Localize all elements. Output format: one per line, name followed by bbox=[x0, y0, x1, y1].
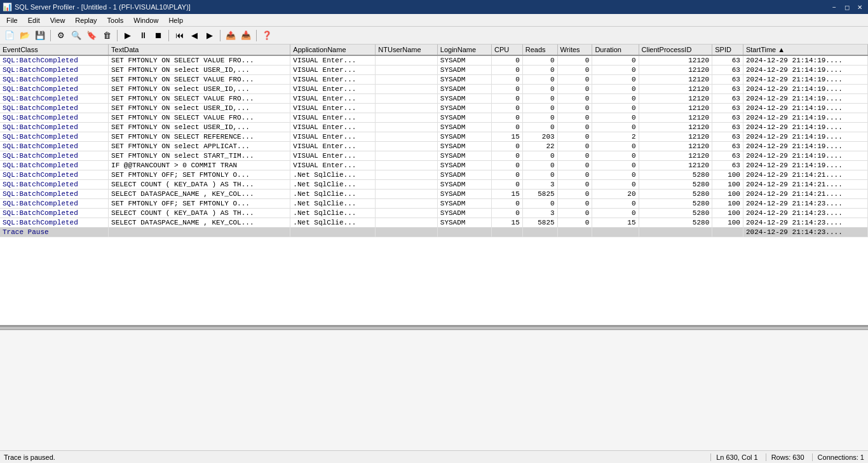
trace-table-body: SQL:BatchCompletedSET FMTONLY ON SELECT … bbox=[0, 55, 868, 237]
table-row[interactable]: SQL:BatchCompletedSET FMTONLY ON SELECT … bbox=[0, 132, 868, 142]
table-cell bbox=[639, 228, 712, 237]
table-row[interactable]: SQL:BatchCompletedSET FMTONLY ON select … bbox=[0, 123, 868, 132]
col-header-writes[interactable]: Writes bbox=[557, 45, 592, 55]
table-cell: 100 bbox=[712, 218, 743, 228]
prev-button[interactable]: ◀ bbox=[187, 29, 201, 43]
table-cell: 15 bbox=[592, 218, 639, 228]
table-cell: VISUAL Enter... bbox=[290, 85, 376, 94]
new-trace-button[interactable]: 📄 bbox=[3, 29, 17, 43]
table-cell bbox=[376, 123, 437, 132]
table-cell: SQL:BatchCompleted bbox=[0, 151, 109, 161]
col-header-textdata[interactable]: TextData bbox=[109, 45, 290, 55]
table-row[interactable]: SQL:BatchCompletedIF @@TRANCOUNT > 0 COM… bbox=[0, 161, 868, 170]
col-header-login[interactable]: LoginName bbox=[437, 45, 491, 55]
col-header-appname[interactable]: ApplicationName bbox=[290, 45, 376, 55]
table-row[interactable]: SQL:BatchCompletedSET FMTONLY ON select … bbox=[0, 151, 868, 161]
table-cell: Trace Pause bbox=[0, 228, 109, 237]
minimize-button[interactable]: − bbox=[829, 2, 840, 12]
close-button[interactable]: ✕ bbox=[854, 2, 865, 12]
table-row[interactable]: Trace Pause2024-12-29 21:14:23.... bbox=[0, 228, 868, 237]
col-header-cpu[interactable]: CPU bbox=[492, 45, 523, 55]
table-cell: SET FMTONLY ON SELECT VALUE FRO... bbox=[109, 55, 290, 66]
table-cell: SYSADM bbox=[437, 113, 491, 123]
table-row[interactable]: SQL:BatchCompletedSET FMTONLY ON select … bbox=[0, 142, 868, 151]
table-row[interactable]: SQL:BatchCompletedSET FMTONLY ON select … bbox=[0, 85, 868, 94]
table-cell: 12120 bbox=[639, 104, 712, 113]
table-cell: 63 bbox=[712, 142, 743, 151]
restore-button[interactable]: ◻ bbox=[841, 2, 853, 12]
table-cell: 0 bbox=[592, 104, 639, 113]
find-button[interactable]: 🔍 bbox=[69, 29, 83, 43]
table-cell: 2024-12-29 21:14:19.... bbox=[743, 151, 867, 161]
col-header-eventclass[interactable]: EventClass bbox=[0, 45, 109, 55]
menu-help[interactable]: Help bbox=[163, 15, 188, 25]
table-cell: SQL:BatchCompleted bbox=[0, 199, 109, 209]
clear-button[interactable]: 🗑 bbox=[100, 29, 114, 43]
col-header-duration[interactable]: Duration bbox=[592, 45, 639, 55]
col-header-starttime[interactable]: StartTime ▲ bbox=[743, 45, 867, 55]
table-cell: 2024-12-29 21:14:19.... bbox=[743, 132, 867, 142]
pause-button[interactable]: ⏸ bbox=[136, 29, 150, 43]
table-row[interactable]: SQL:BatchCompletedSELECT DATASPACE_NAME … bbox=[0, 218, 868, 228]
table-cell: VISUAL Enter... bbox=[290, 142, 376, 151]
next-button[interactable]: ▶ bbox=[203, 29, 217, 43]
table-cell: SELECT DATASPACE_NAME , KEY_COL... bbox=[109, 190, 290, 199]
table-cell: 0 bbox=[522, 123, 557, 132]
table-cell: 2024-12-29 21:14:19.... bbox=[743, 66, 867, 75]
stop-button[interactable]: ⏹ bbox=[151, 29, 165, 43]
table-row[interactable]: SQL:BatchCompletedSET FMTONLY ON SELECT … bbox=[0, 75, 868, 85]
table-cell: 0 bbox=[557, 55, 592, 66]
table-row[interactable]: SQL:BatchCompleted SET FMTONLY OFF; SET … bbox=[0, 199, 868, 209]
table-cell: SQL:BatchCompleted bbox=[0, 218, 109, 228]
window-controls[interactable]: − ◻ ✕ bbox=[829, 2, 865, 12]
table-cell: 0 bbox=[557, 151, 592, 161]
table-cell: 63 bbox=[712, 85, 743, 94]
table-cell: SYSADM bbox=[437, 218, 491, 228]
table-row[interactable]: SQL:BatchCompletedSELECT COUNT ( KEY_DAT… bbox=[0, 209, 868, 218]
col-header-ntuser[interactable]: NTUserName bbox=[376, 45, 437, 55]
table-row[interactable]: SQL:BatchCompleted SET FMTONLY OFF; SET … bbox=[0, 170, 868, 180]
menu-window[interactable]: Window bbox=[128, 15, 163, 25]
open-trace-button[interactable]: 📂 bbox=[18, 29, 32, 43]
col-header-reads[interactable]: Reads bbox=[522, 45, 557, 55]
table-row[interactable]: SQL:BatchCompletedSET FMTONLY ON SELECT … bbox=[0, 94, 868, 104]
table-cell: 0 bbox=[557, 180, 592, 190]
table-cell: 12120 bbox=[639, 85, 712, 94]
table-cell: SQL:BatchCompleted bbox=[0, 66, 109, 75]
table-cell: 63 bbox=[712, 75, 743, 85]
table-row[interactable]: SQL:BatchCompletedSET FMTONLY ON select … bbox=[0, 104, 868, 113]
run-button[interactable]: ▶ bbox=[121, 29, 135, 43]
help-button[interactable]: ❓ bbox=[260, 29, 274, 43]
table-row[interactable]: SQL:BatchCompletedSET FMTONLY ON select … bbox=[0, 66, 868, 75]
import-button[interactable]: 📥 bbox=[239, 29, 253, 43]
trace-table-container[interactable]: EventClass TextData ApplicationName NTUs… bbox=[0, 45, 868, 325]
col-header-clientpid[interactable]: ClientProcessID bbox=[639, 45, 712, 55]
table-cell: 0 bbox=[492, 161, 523, 170]
table-cell: SYSADM bbox=[437, 180, 491, 190]
menu-tools[interactable]: Tools bbox=[102, 15, 129, 25]
export-button[interactable]: 📤 bbox=[224, 29, 238, 43]
menu-edit[interactable]: Edit bbox=[23, 15, 45, 25]
properties-button[interactable]: ⚙ bbox=[54, 29, 68, 43]
menu-replay[interactable]: Replay bbox=[70, 15, 102, 25]
table-row[interactable]: SQL:BatchCompletedSELECT DATASPACE_NAME … bbox=[0, 190, 868, 199]
menu-view[interactable]: View bbox=[45, 15, 71, 25]
table-cell: 15 bbox=[492, 132, 523, 142]
table-row[interactable]: SQL:BatchCompletedSET FMTONLY ON SELECT … bbox=[0, 55, 868, 66]
bookmark-button[interactable]: 🔖 bbox=[85, 29, 98, 43]
table-cell: SET FMTONLY ON SELECT VALUE FRO... bbox=[109, 75, 290, 85]
table-cell: SYSADM bbox=[437, 66, 491, 75]
first-button[interactable]: ⏮ bbox=[172, 29, 186, 43]
detail-panel[interactable] bbox=[0, 329, 868, 450]
table-cell: 0 bbox=[557, 66, 592, 75]
col-header-spid[interactable]: SPID bbox=[712, 45, 743, 55]
table-row[interactable]: SQL:BatchCompletedSET FMTONLY ON SELECT … bbox=[0, 113, 868, 123]
status-message: Trace is paused. bbox=[4, 453, 710, 461]
save-button[interactable]: 💾 bbox=[33, 29, 47, 43]
table-cell bbox=[376, 132, 437, 142]
table-cell: SYSADM bbox=[437, 209, 491, 218]
menu-file[interactable]: File bbox=[1, 15, 23, 25]
table-row[interactable]: SQL:BatchCompletedSELECT COUNT ( KEY_DAT… bbox=[0, 180, 868, 190]
menu-bar: File Edit View Replay Tools Window Help bbox=[0, 14, 868, 27]
table-cell: SQL:BatchCompleted bbox=[0, 180, 109, 190]
